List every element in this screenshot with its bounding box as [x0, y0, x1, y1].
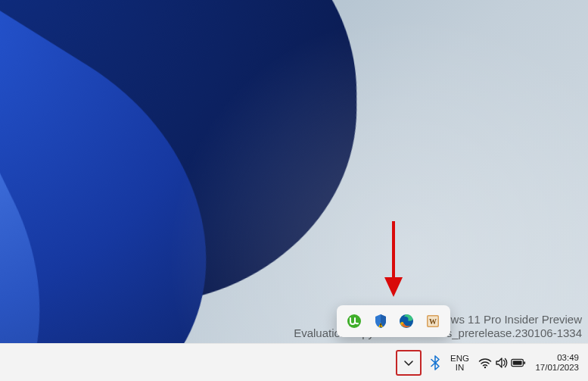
language-line-2: IN [449, 363, 470, 372]
edge-icon[interactable] [397, 311, 416, 331]
desktop-wallpaper [0, 0, 588, 344]
battery-icon [511, 358, 526, 368]
chevron-down-icon [403, 358, 414, 368]
bluetooth-icon[interactable] [426, 355, 444, 370]
clock[interactable]: 03:49 17/01/2023 [529, 353, 585, 373]
quick-settings-cluster[interactable] [474, 357, 529, 369]
bloom-graphic [0, 0, 471, 344]
language-line-1: ENG [449, 354, 470, 363]
show-hidden-icons-button[interactable] [396, 350, 422, 376]
wifi-icon [478, 357, 493, 369]
clock-time: 03:49 [535, 353, 579, 363]
utorrent-icon[interactable] [344, 311, 364, 331]
word-icon[interactable]: W [423, 311, 443, 331]
svg-point-10 [484, 366, 486, 367]
clock-date: 17/01/2023 [535, 363, 579, 373]
svg-rect-2 [380, 323, 381, 325]
system-tray: ENG IN [396, 344, 585, 381]
svg-rect-12 [513, 361, 522, 364]
volume-icon [494, 357, 509, 369]
svg-text:W: W [429, 317, 437, 326]
language-indicator[interactable]: ENG IN [444, 354, 474, 372]
svg-rect-3 [380, 326, 381, 326]
svg-rect-13 [524, 361, 526, 364]
hidden-icons-flyout: W [337, 305, 450, 337]
taskbar: ENG IN [0, 343, 588, 381]
security-shield-icon[interactable] [371, 311, 390, 331]
